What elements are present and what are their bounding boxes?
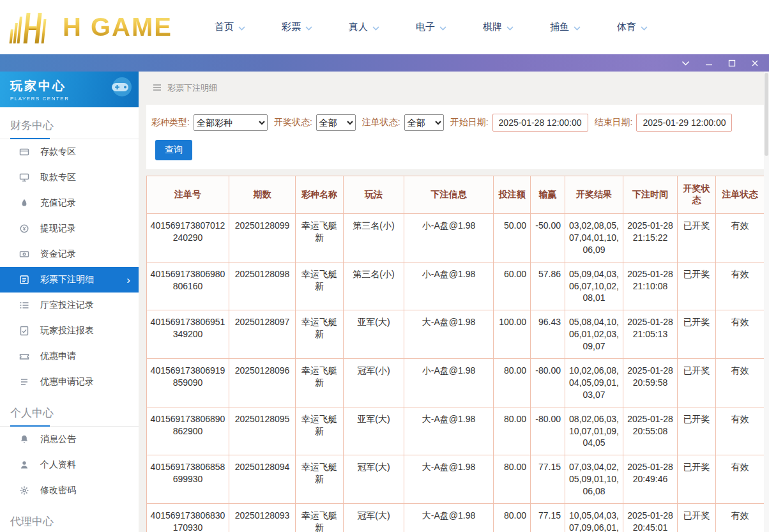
table-cell: 2025-01-28 20:55:08 [623,407,678,455]
table-cell: 有效 [716,214,765,262]
sidebar-item-promo-apply-record[interactable]: 优惠申请记录 [0,369,139,395]
table-row: 40156917380685869993020250128094幸运飞艇新冠军(… [147,455,765,504]
logo-text: H GAME [63,13,172,42]
table-cell: -50.00 [531,214,565,262]
table-cell: -80.00 [531,359,565,407]
table-cell: 80.00 [494,359,531,407]
scrollbar-track[interactable] [764,72,769,532]
table-row: 40156917380701224029020250128099幸运飞艇新第三名… [147,214,765,262]
sidebar-item-promo-apply[interactable]: 优惠申请 [0,344,139,369]
table-cell: 401569173807012240290 [147,214,229,262]
sidebar-item-label: 资金记录 [40,248,76,260]
bets-table-card: 注单号期数彩种名称玩法下注信息投注额输赢开奖结果下注时间开奖状态注单状态 401… [146,176,764,532]
table-cell: 幸运飞艇新 [296,504,344,532]
table-cell: 20250128099 [229,214,296,262]
table-cell: 03,02,08,05,07,04,01,10,06,09 [565,214,623,262]
sidebar-section-header: 代理中心 [0,503,139,532]
table-cell: 07,03,04,02,05,09,01,10,06,08 [565,455,623,504]
table-cell: 有效 [716,504,765,532]
draw-status-select[interactable]: 全部 [316,114,356,131]
table-cell: 2025-01-28 20:59:58 [623,359,678,407]
order-status-select[interactable]: 全部 [404,114,444,131]
search-button[interactable]: 查询 [155,140,192,160]
column-header: 期数 [229,176,296,214]
sidebar-section-header: 个人中心 [0,395,139,427]
maximize-icon[interactable] [728,59,736,67]
table-cell: 2025-01-28 21:05:13 [623,310,678,359]
bets-table: 注单号期数彩种名称玩法下注信息投注额输赢开奖结果下注时间开奖状态注单状态 401… [146,176,765,532]
main-nav: 首页彩票真人电子棋牌捕鱼体育 [215,21,648,33]
start-date-input[interactable] [492,114,588,132]
sidebar-item-label: 充值记录 [40,197,76,209]
table-cell: 已开奖 [678,504,716,532]
table-cell: 20250128096 [229,359,296,407]
sidebar-item-deposit-zone[interactable]: 存款专区 [0,139,139,165]
chevron-down-icon [238,22,245,33]
app-window: H GAME 首页彩票真人电子棋牌捕鱼体育 玩家中心 PLAYERS CENTE… [0,0,769,532]
sidebar-item-label: 优惠申请 [40,351,76,362]
table-cell: 亚军(大) [344,407,404,455]
withdrawal-record-icon [19,224,29,234]
close-icon[interactable] [751,59,759,67]
sidebar-item-hall-bet-record[interactable]: 厅室投注记录 [0,293,139,318]
table-cell: 大-A盘@1.98 [404,455,494,504]
table-cell: 80.00 [494,504,531,532]
brand-logo[interactable]: H GAME [8,10,179,45]
column-header: 玩法 [344,176,404,214]
table-cell: 已开奖 [678,407,716,455]
table-cell: 已开奖 [678,455,716,504]
minimize-icon[interactable] [705,59,713,67]
collapse-icon[interactable] [681,61,690,66]
table-cell: 已开奖 [678,310,716,359]
content-area: 玩家中心 PLAYERS CENTER 财务中心存款专区取款专区充值记录提现记录… [0,72,769,532]
table-cell: 有效 [716,310,765,359]
table-cell: 幸运飞艇新 [296,359,344,407]
page-title: 彩票下注明细 [167,82,217,94]
nav-item-sports[interactable]: 体育 [617,21,648,33]
sidebar-item-announcements[interactable]: 消息公告 [0,427,139,452]
nav-item-chess[interactable]: 棋牌 [483,21,514,33]
sidebar-item-label: 存款专区 [40,146,76,158]
nav-item-slots[interactable]: 电子 [416,21,446,33]
table-row: 40156917380691985909020250128096幸运飞艇新冠军(… [147,359,765,407]
sidebar-item-recharge-record[interactable]: 充值记录 [0,190,139,216]
table-cell: 小-A盘@1.98 [404,262,494,310]
promo-record-icon [19,377,29,387]
lottery-type-select[interactable]: 全部彩种 [194,114,268,131]
sidebar-item-change-password[interactable]: 修改密码 [0,478,139,503]
table-row: 40156917380689086290020250128095幸运飞艇新亚军(… [147,407,765,455]
sidebar-item-lottery-bet-detail[interactable]: 彩票下注明细› [0,267,139,293]
sidebar-item-withdraw-zone[interactable]: 取款专区 [0,165,139,190]
recharge-icon [19,198,29,208]
sidebar-item-funds-record[interactable]: 资金记录 [0,241,139,267]
table-cell: 08,02,06,03,10,07,01,09,04,05 [565,407,623,455]
end-date-input[interactable] [636,114,732,132]
gamepad-icon [98,75,133,103]
column-header: 下注时间 [623,176,678,214]
order-status-label: 注单状态: [362,117,400,128]
table-cell: 2025-01-28 20:49:46 [623,455,678,504]
table-cell: 2025-01-28 21:10:08 [623,262,678,310]
column-header: 开奖结果 [565,176,623,214]
table-row: 40156917380683017093020250128093幸运飞艇新冠军(… [147,504,765,532]
filter-panel: 彩种类型: 全部彩种 开奖状态: 全部 注单状态: 全部 开始日期: 结束日期: [146,105,764,169]
table-cell: 第三名(小) [344,214,404,262]
table-cell: 小-A盘@1.98 [404,359,494,407]
sidebar-title: 玩家中心 [10,78,69,95]
chevron-down-icon [574,22,581,33]
scrollbar-thumb[interactable] [765,73,768,156]
nav-item-home[interactable]: 首页 [215,21,245,33]
sidebar-item-label: 消息公告 [40,434,76,445]
sidebar-item-withdrawal-record[interactable]: 提现记录 [0,216,139,241]
sidebar-item-profile[interactable]: 个人资料 [0,452,139,478]
nav-item-lottery[interactable]: 彩票 [282,21,312,33]
column-header: 投注额 [494,176,531,214]
nav-item-live[interactable]: 真人 [349,21,379,33]
filter-row: 彩种类型: 全部彩种 开奖状态: 全部 注单状态: 全部 开始日期: 结束日期: [151,114,759,132]
menu-icon[interactable] [153,84,162,93]
table-cell: 已开奖 [678,214,716,262]
nav-item-fishing[interactable]: 捕鱼 [550,21,581,33]
table-row: 40156917380698080616020250128098幸运飞艇新第三名… [147,262,765,310]
sidebar-item-player-bet-report[interactable]: 玩家投注报表 [0,318,139,344]
sidebar: 玩家中心 PLAYERS CENTER 财务中心存款专区取款专区充值记录提现记录… [0,72,139,532]
